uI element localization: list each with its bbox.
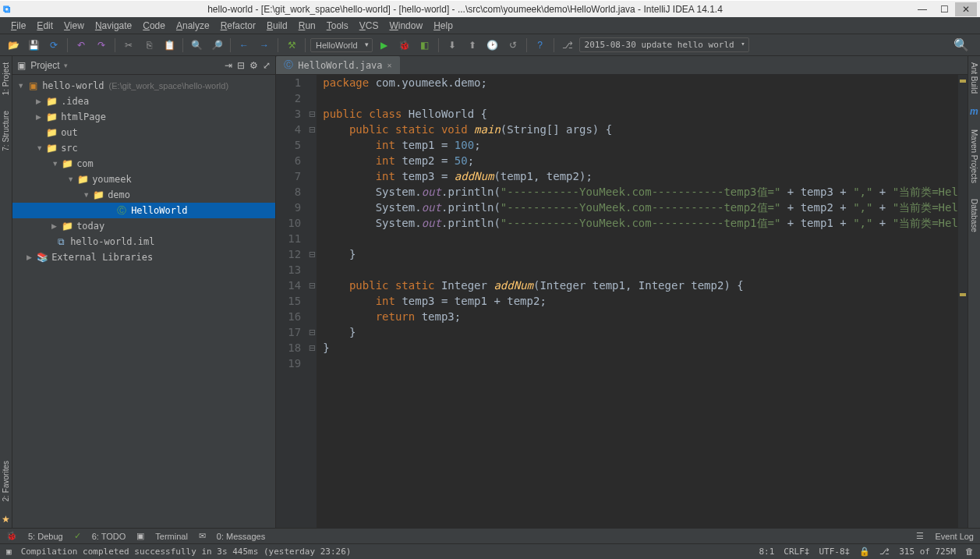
paste-icon[interactable]: 📋 xyxy=(161,37,178,54)
code-line[interactable] xyxy=(323,90,958,106)
trash-icon[interactable]: 🗑 xyxy=(965,547,974,557)
gutter-favorites-tab[interactable]: 2: Favorites xyxy=(1,458,11,504)
status-cursor-pos[interactable]: 8:1 xyxy=(759,547,774,557)
undo-icon[interactable]: ↶ xyxy=(73,37,90,54)
tree-helloworld-class[interactable]: Ⓒ HelloWorld xyxy=(12,203,275,218)
cut-icon[interactable]: ✂ xyxy=(120,37,137,54)
code-line[interactable] xyxy=(323,356,958,371)
tree-iml[interactable]: ⧉ hello-world.iml xyxy=(12,234,275,249)
tree-youmeek[interactable]: ▼📁 youmeek xyxy=(12,172,275,187)
fold-handle[interactable]: ⊟ xyxy=(307,324,317,340)
tree-idea[interactable]: ▶📁 .idea xyxy=(12,94,275,109)
menu-item-build[interactable]: Build xyxy=(262,19,292,33)
hide-icon[interactable]: ⤢ xyxy=(263,60,271,71)
search-everywhere-icon[interactable]: 🔍 xyxy=(947,37,975,52)
fold-handle[interactable]: ⊟ xyxy=(307,106,317,122)
forward-icon[interactable]: → xyxy=(256,37,273,54)
code-line[interactable]: } xyxy=(323,340,958,356)
debug-icon[interactable]: 🐞 xyxy=(396,37,413,54)
autoscroll-icon[interactable]: ⇥ xyxy=(225,60,232,71)
fold-handle[interactable]: ⊟ xyxy=(307,340,317,356)
tree-com[interactable]: ▼📁 com xyxy=(12,156,275,172)
code-line[interactable]: } xyxy=(323,324,958,340)
fold-handle[interactable] xyxy=(307,231,317,246)
menu-item-edit[interactable]: Edit xyxy=(32,19,58,33)
menu-item-tools[interactable]: Tools xyxy=(322,19,353,33)
code-line[interactable]: package com.youmeek.demo; xyxy=(323,75,958,90)
fold-handle[interactable] xyxy=(307,200,317,215)
code-line[interactable]: System.out.println("-----------YouMeek.c… xyxy=(323,184,958,200)
gear-icon[interactable]: ⚙ xyxy=(249,60,258,71)
fold-handle[interactable] xyxy=(307,309,317,324)
redo-icon[interactable]: ↷ xyxy=(93,37,110,54)
tree-today[interactable]: ▶📁 today xyxy=(12,218,275,234)
code-line[interactable]: System.out.println("-----------YouMeek.c… xyxy=(323,215,958,231)
fold-handle[interactable] xyxy=(307,153,317,168)
code-line[interactable] xyxy=(323,231,958,246)
close-tab-icon[interactable]: ✕ xyxy=(387,61,392,69)
bottom-tab-terminal[interactable]: Terminal xyxy=(155,532,188,541)
build-icon[interactable]: ⚒ xyxy=(283,37,300,54)
code-line[interactable]: int temp3 = temp1 + temp2; xyxy=(323,293,958,309)
collapse-icon[interactable]: ⊟ xyxy=(237,60,245,71)
gutter-structure-tab[interactable]: 7: Structure xyxy=(1,108,11,154)
code-line[interactable]: return temp3; xyxy=(323,309,958,324)
overview-ruler[interactable] xyxy=(958,75,968,528)
gutter-maven-tab[interactable]: Maven Projects xyxy=(969,126,979,186)
tree-external-libs[interactable]: ▶📚 External Libraries xyxy=(12,249,275,265)
code-line[interactable]: int temp2 = 50; xyxy=(323,153,958,168)
tree-root[interactable]: ▼▣ hello-world (E:\git_work_space\hello-… xyxy=(12,78,275,94)
bottom-tab-todo[interactable]: 6: TODO xyxy=(92,532,126,541)
menu-item-run[interactable]: Run xyxy=(294,19,320,33)
help-icon[interactable]: ? xyxy=(532,37,549,54)
code-line[interactable] xyxy=(323,262,958,278)
menu-item-navigate[interactable]: Navigate xyxy=(90,19,136,33)
menu-item-code[interactable]: Code xyxy=(138,19,170,33)
menu-item-analyze[interactable]: Analyze xyxy=(172,19,214,33)
tree-htmlpage[interactable]: ▶📁 htmlPage xyxy=(12,109,275,125)
gutter-project-tab[interactable]: 1: Project xyxy=(1,59,11,98)
project-panel-title[interactable]: Project xyxy=(30,60,59,71)
find-icon[interactable]: 🔍 xyxy=(188,37,205,54)
stop-icon[interactable]: ◧ xyxy=(416,37,433,54)
code-line[interactable]: public static void main(String[] args) { xyxy=(323,122,958,137)
maximize-button[interactable]: ☐ xyxy=(933,2,955,16)
fold-gutter[interactable]: ⊟⊟ ⊟ ⊟ ⊟⊟ xyxy=(307,75,317,528)
code-line[interactable]: public static Integer addNum(Integer tem… xyxy=(323,278,958,293)
fold-handle[interactable]: ⊟ xyxy=(307,246,317,262)
vcs-history-icon[interactable]: 🕑 xyxy=(484,37,501,54)
fold-handle[interactable]: ⊟ xyxy=(307,278,317,293)
bottom-tab-messages[interactable]: 0: Messages xyxy=(217,532,265,541)
sync-icon[interactable]: ⟳ xyxy=(45,37,62,54)
code-line[interactable]: System.out.println("-----------YouMeek.c… xyxy=(323,200,958,215)
tree-src[interactable]: ▼📁 src xyxy=(12,140,275,156)
fold-handle[interactable] xyxy=(307,90,317,106)
code-line[interactable]: } xyxy=(323,246,958,262)
run-icon[interactable]: ▶ xyxy=(376,37,393,54)
open-icon[interactable]: 📂 xyxy=(5,37,22,54)
minimize-button[interactable]: — xyxy=(911,2,933,16)
editor-body[interactable]: 12345678910111213141516171819 ⊟⊟ ⊟ ⊟ ⊟⊟ … xyxy=(276,75,968,528)
save-icon[interactable]: 💾 xyxy=(25,37,42,54)
menu-item-help[interactable]: Help xyxy=(429,19,458,33)
project-dropdown-icon[interactable]: ▾ xyxy=(64,62,68,69)
copy-icon[interactable]: ⎘ xyxy=(140,37,157,54)
code-line[interactable]: public class HelloWorld { xyxy=(323,106,958,122)
bottom-tab-debug[interactable]: 5: Debug xyxy=(28,532,63,541)
back-icon[interactable]: ← xyxy=(235,37,253,54)
tree-demo[interactable]: ▼📁 demo xyxy=(12,187,275,203)
status-line-sep[interactable]: CRLF‡ xyxy=(784,547,809,557)
code-line[interactable]: int temp3 = addNum(temp1, temp2); xyxy=(323,168,958,184)
replace-icon[interactable]: 🔎 xyxy=(208,37,225,54)
run-config-select[interactable]: HelloWorld xyxy=(310,38,373,52)
fold-handle[interactable] xyxy=(307,184,317,200)
project-tree[interactable]: ▼▣ hello-world (E:\git_work_space\hello-… xyxy=(12,75,275,528)
menu-item-refactor[interactable]: Refactor xyxy=(216,19,260,33)
menu-item-vcs[interactable]: VCS xyxy=(355,19,384,33)
fold-handle[interactable] xyxy=(307,215,317,231)
fold-handle[interactable] xyxy=(307,137,317,153)
fold-handle[interactable] xyxy=(307,262,317,278)
git-branch-icon[interactable]: ⎇ xyxy=(879,547,890,557)
editor-tab-helloworld[interactable]: Ⓒ HelloWorld.java ✕ xyxy=(276,56,399,74)
fold-handle[interactable]: ⊟ xyxy=(307,122,317,137)
